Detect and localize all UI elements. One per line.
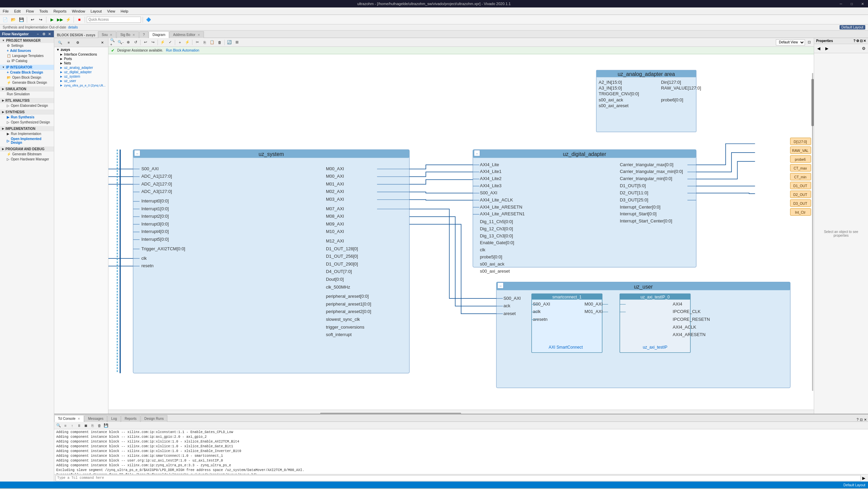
tcl-up-btn[interactable]: ↑ — [69, 423, 75, 429]
tcl-stop-btn[interactable]: ⏹ — [83, 423, 89, 429]
uz-digital-adapter-block[interactable]: uz_digital_adapter − AXI4_Lite AXI4_Lite… — [473, 150, 696, 274]
h-scroll-thumb[interactable] — [320, 413, 461, 414]
props-settings-btn[interactable]: ⚙ — [856, 39, 859, 43]
connect-btn[interactable]: ⚡ — [184, 39, 191, 46]
hier-nets[interactable]: ► Nets — [54, 61, 108, 65]
tab-sigbo-close[interactable]: ✕ — [132, 33, 135, 37]
redo-btn[interactable]: ↪ — [149, 39, 156, 46]
tb-run-impl[interactable]: ▶▶ — [56, 16, 64, 23]
btm-tab-reports[interactable]: Reports — [121, 415, 140, 422]
hier-settings-btn[interactable]: ⚙ — [74, 39, 81, 46]
btm-close-btn[interactable]: ✕ — [864, 418, 867, 422]
validate-btn[interactable]: ✓ — [167, 39, 173, 46]
hier-interface-connections[interactable]: ► Interface Connections — [54, 52, 108, 57]
tab-sources-close[interactable]: ✕ — [110, 33, 112, 37]
nav-item-add-sources[interactable]: +Add Sources — [0, 48, 54, 53]
tab-address-close[interactable]: ✕ — [198, 33, 200, 37]
quick-access-input[interactable] — [87, 17, 141, 23]
btm-tab-tcl[interactable]: Tcl Console ✕ — [54, 415, 84, 422]
tb-rtl-view[interactable]: 🔷 — [145, 16, 152, 23]
hier-close-btn[interactable]: ✕ — [99, 39, 106, 46]
btm-tab-messages[interactable]: Messages — [84, 415, 107, 422]
maximize-button[interactable]: □ — [846, 0, 857, 7]
nav-item-create-block-design[interactable]: +Create Block Design — [0, 70, 54, 75]
minimize-button[interactable]: ─ — [835, 0, 846, 7]
nav-item-ip-catalog[interactable]: 🗂IP Catalog — [0, 58, 54, 63]
hier-filter-btn[interactable]: ≡ — [65, 39, 73, 46]
menu-window[interactable]: Window — [69, 8, 88, 14]
flow-nav-settings[interactable]: ⚙ — [41, 32, 46, 36]
nav-item-run-implementation[interactable]: ▶Run Implementation — [0, 131, 54, 136]
tb-save[interactable]: 💾 — [18, 16, 25, 23]
zoom-fit-btn[interactable]: ⊕ — [125, 39, 131, 46]
btm-tab-design-runs[interactable]: Design Runs — [141, 415, 167, 422]
tb-open[interactable]: 📂 — [9, 16, 17, 23]
nav-item-run-synthesis[interactable]: ▶Run Synthesis — [0, 115, 54, 120]
add-ip-btn[interactable]: + — [177, 39, 183, 46]
tcl-save-btn[interactable]: 💾 — [103, 423, 109, 429]
nav-section-synthesis-header[interactable]: ▶ SYNTHESIS — [0, 110, 54, 115]
view-select[interactable]: Default View — [776, 39, 805, 45]
maximize-diagram-btn[interactable]: ⊡ — [806, 39, 812, 46]
hier-ports[interactable]: ► Ports — [54, 57, 108, 61]
props-settings2[interactable]: ⚙ — [860, 45, 867, 52]
delete-btn[interactable]: 🗑 — [216, 39, 223, 46]
hier-uz-user[interactable]: ► uz_user — [54, 79, 108, 83]
props-float-btn[interactable]: ⊡ — [860, 39, 863, 43]
menu-view[interactable]: View — [104, 8, 118, 14]
more-btn[interactable]: ⊞ — [233, 39, 240, 46]
flow-nav-close[interactable]: ✕ — [47, 32, 52, 36]
hier-uz-analog[interactable]: ► uz_analog_adapter — [54, 65, 108, 70]
props-question-btn[interactable]: ? — [853, 39, 855, 43]
cut-btn[interactable]: ✂ — [194, 39, 201, 46]
nav-item-run-simulation[interactable]: Run Simulation — [0, 92, 54, 97]
nav-section-rtl-header[interactable]: ▶ RTL ANALYSIS — [0, 98, 54, 103]
tcl-submit-btn[interactable]: ▶ — [861, 476, 867, 481]
props-forward[interactable]: ▶ — [823, 45, 830, 52]
undo-btn[interactable]: ↩ — [142, 39, 149, 46]
nav-item-open-block-design[interactable]: 📂Open Block Design — [0, 75, 54, 80]
btm-tab-log[interactable]: Log — [107, 415, 121, 422]
uz-system-block[interactable]: uz_system − S00_AXI ADC_A1[127:0] ADC_A2… — [133, 150, 409, 373]
tcl-filter-btn[interactable]: ≡ — [62, 423, 68, 429]
tcl-pause-btn[interactable]: ⏸ — [76, 423, 82, 429]
nav-section-simulation-header[interactable]: ▶ SIMULATION — [0, 86, 54, 92]
tcl-trash-btn[interactable]: 🗑 — [96, 423, 102, 429]
menu-help[interactable]: Help — [118, 8, 131, 14]
nav-item-open-synthesized[interactable]: ▷Open Synthesized Design — [0, 120, 54, 125]
nav-item-open-implemented[interactable]: ▷Open Implemented Design — [0, 136, 54, 145]
nav-section-ip-integrator-header[interactable]: ▼ IP INTEGRATOR — [0, 65, 54, 70]
nav-item-language-templates[interactable]: 📋Language Templates — [0, 53, 54, 58]
nav-item-generate-block-design[interactable]: ⚡Generate Block Design — [0, 80, 54, 85]
menu-layout[interactable]: Layout — [88, 8, 104, 14]
refresh-btn[interactable]: 🔄 — [226, 39, 233, 46]
tb-run-bitstream[interactable]: ⚡ — [64, 16, 72, 23]
btm-question-btn[interactable]: ? — [856, 418, 859, 422]
menu-tools[interactable]: Tools — [37, 8, 51, 14]
menu-flow[interactable]: Flow — [23, 8, 37, 14]
nav-item-settings[interactable]: ⚙Settings — [0, 43, 54, 48]
nav-section-prog-header[interactable]: ▶ PROGRAM AND DEBUG — [0, 146, 54, 152]
tab-diagram[interactable]: Diagram — [149, 31, 169, 38]
run-btn[interactable]: ⚡ — [159, 39, 166, 46]
hier-root[interactable]: ▼ zusys — [54, 47, 108, 52]
hier-search-btn[interactable]: 🔍 — [56, 39, 64, 46]
tcl-search-btn[interactable]: 🔍 — [56, 423, 62, 429]
nav-item-open-hw-manager[interactable]: ▷Open Hardware Manager — [0, 157, 54, 162]
menu-reports[interactable]: Reports — [51, 8, 69, 14]
copy-btn[interactable]: ⎘ — [201, 39, 208, 46]
details-link[interactable]: details — [68, 25, 78, 29]
tab-sigbo[interactable]: Sig Bo ✕ — [117, 31, 139, 38]
run-block-automation-link[interactable]: Run Block Automation — [166, 48, 199, 52]
hier-uz-system[interactable]: ► uz_system — [54, 74, 108, 79]
tb-run-synth[interactable]: ▶ — [48, 16, 56, 23]
nav-section-project-manager-header[interactable]: ▼ PROJECT MANAGER — [0, 38, 54, 43]
zoom-reset-btn[interactable]: ↺ — [132, 39, 139, 46]
nav-item-generate-bitstream[interactable]: ⚡Generate Bitstream — [0, 152, 54, 157]
diagram-canvas[interactable]: uz_analog_adapter area A2_IN[15:0] A3_IN… — [108, 54, 814, 410]
tab-question[interactable]: ? — [139, 31, 149, 38]
props-close-btn[interactable]: ✕ — [863, 39, 866, 43]
tb-redo[interactable]: ↪ — [37, 16, 44, 23]
tb-stop[interactable]: ■ — [76, 16, 83, 23]
menu-edit[interactable]: Edit — [12, 8, 23, 14]
